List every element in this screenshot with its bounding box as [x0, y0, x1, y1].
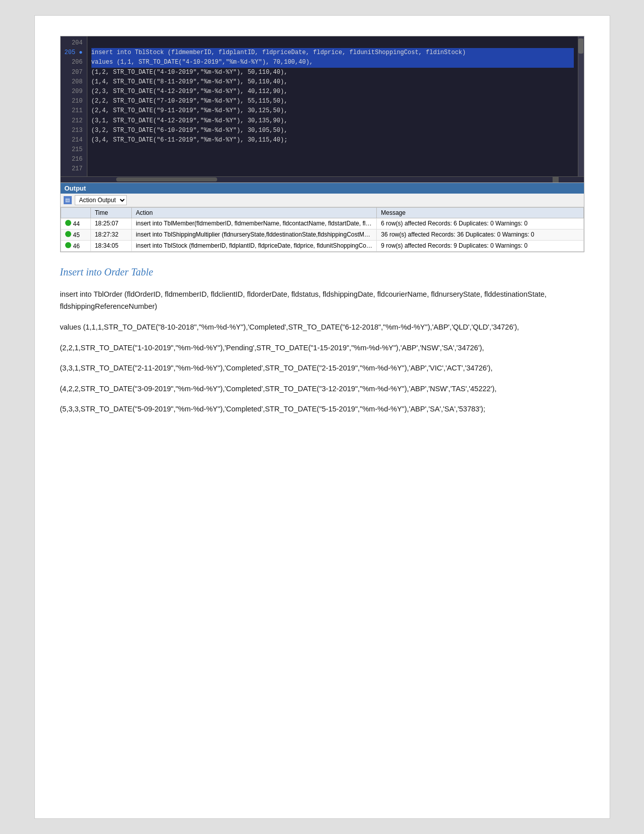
- scrollbar[interactable]: [578, 36, 584, 176]
- body-paragraph: (3,3,1,STR_TO_DATE("2-11-2019","%m-%d-%Y…: [60, 362, 584, 375]
- output-col-header: Message: [377, 207, 583, 218]
- table-row: 4418:25:07insert into TblMember(fldmembe…: [61, 218, 583, 229]
- row-time: 18:25:07: [90, 218, 131, 229]
- row-status: 44: [61, 218, 90, 229]
- row-message: 36 row(s) affected Records: 36 Duplicate…: [377, 229, 583, 240]
- body-paragraphs: insert into TblOrder (fldOrderID, fldmem…: [60, 288, 584, 415]
- output-col-header: [61, 207, 90, 218]
- row-time: 18:34:05: [90, 240, 131, 251]
- row-action: insert into TblShippingMultiplier (fldnu…: [132, 229, 377, 240]
- row-message: 9 row(s) affected Records: 9 Duplicates:…: [377, 240, 583, 251]
- code-lines[interactable]: insert into TblStock (fldmemberID, fldpl…: [87, 36, 578, 176]
- body-paragraph: values (1,1,1,STR_TO_DATE("8-10-2018","%…: [60, 321, 584, 334]
- table-row: 4618:34:05insert into TblStock (fldmembe…: [61, 240, 583, 251]
- row-action: insert into TblStock (fldmemberID, fldpl…: [132, 240, 377, 251]
- body-paragraph: (2,2,1,STR_TO_DATE("1-10-2019","%m-%d-%Y…: [60, 342, 584, 354]
- scrollbar-thumb[interactable]: [578, 38, 583, 54]
- row-action: insert into TblMember(fldmemberID, fldme…: [132, 218, 377, 229]
- section-title: Insert into Order Table: [60, 266, 584, 278]
- table-row: 4518:27:32insert into TblShippingMultipl…: [61, 229, 583, 240]
- body-paragraph: (4,2,2,STR_TO_DATE("3-09-2019","%m-%d-%Y…: [60, 383, 584, 395]
- row-status: 46: [61, 240, 90, 251]
- body-paragraph: insert into TblOrder (fldOrderID, fldmem…: [60, 288, 584, 313]
- action-output-select[interactable]: Action Output: [75, 195, 127, 205]
- page: 204205 ●20620720820921021121221321421521…: [34, 15, 610, 819]
- row-time: 18:27:32: [90, 229, 131, 240]
- output-col-header: Action: [132, 207, 377, 218]
- status-icon: [65, 220, 71, 226]
- output-table: TimeActionMessage 4418:25:07insert into …: [61, 207, 584, 252]
- section-title-text: Insert into Order Table: [60, 266, 154, 277]
- code-editor: 204205 ●20620720820921021121221321421521…: [60, 36, 584, 183]
- body-paragraph: (5,3,3,STR_TO_DATE("5-09-2019","%m-%d-%Y…: [60, 403, 584, 415]
- row-message: 6 row(s) affected Records: 6 Duplicates:…: [377, 218, 583, 229]
- output-header-label: Output: [65, 184, 86, 192]
- status-icon: [65, 242, 71, 248]
- status-icon: [65, 231, 71, 237]
- output-header: Output: [61, 183, 584, 194]
- line-numbers: 204205 ●20620720820921021121221321421521…: [61, 36, 87, 176]
- output-panel: Output ▤ Action Output TimeActionMessage…: [60, 183, 584, 252]
- output-col-header: Time: [90, 207, 131, 218]
- row-status: 45: [61, 229, 90, 240]
- output-toolbar-icon: ▤: [64, 196, 72, 204]
- output-toolbar: ▤ Action Output: [61, 194, 584, 207]
